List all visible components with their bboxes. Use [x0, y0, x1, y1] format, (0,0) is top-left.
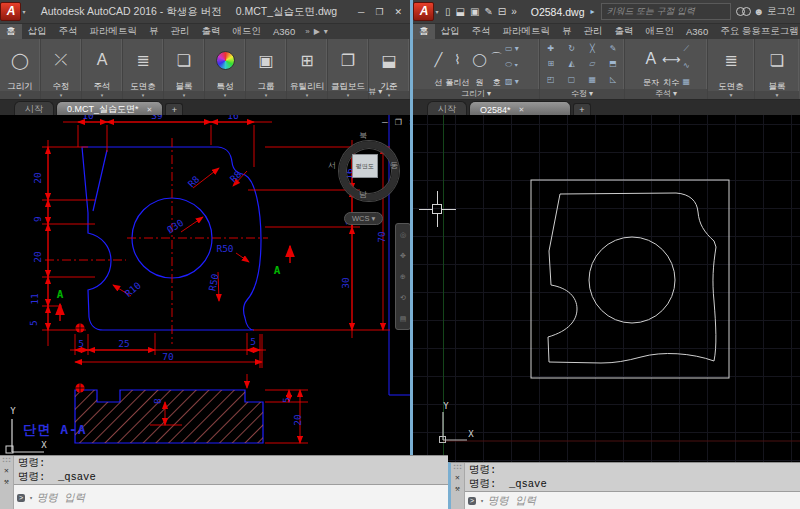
ribbon-tab-주요 응용프로그램[interactable]: 주요 응용프로그램	[714, 24, 800, 39]
record-icon[interactable]: ▶	[314, 27, 320, 36]
close-icon[interactable]: ✕	[147, 106, 153, 114]
scale-icon[interactable]: ▢	[563, 75, 581, 84]
open-folder-icon[interactable]: ⬓	[456, 6, 465, 17]
viewport-restore-icon[interactable]: ❐	[395, 118, 402, 127]
close-icon[interactable]: ✕	[519, 106, 525, 114]
explode-icon[interactable]: ⬒	[604, 59, 622, 68]
ribbon-tab-뷰[interactable]: 뷰	[556, 24, 578, 39]
arc-button[interactable]: ⌒호	[489, 40, 504, 89]
ribbon-tab-A360[interactable]: A360	[267, 24, 301, 39]
line-button[interactable]: ╱선	[433, 40, 443, 89]
panel-특성[interactable]: 특성▾	[205, 39, 246, 99]
ribbon-tab-A360[interactable]: A360	[680, 24, 714, 39]
drag-handle-icon[interactable]: ▪▪▪▪▪▪	[2, 458, 11, 464]
panel-expand-icon[interactable]: ▾	[123, 91, 163, 99]
ribbon-tab-홈[interactable]: 홈	[0, 24, 22, 39]
panel-유틸리티[interactable]: ⊞유틸리티▾	[287, 39, 328, 99]
panel-draw-label[interactable]: 그리기 ▾	[413, 89, 539, 99]
command-input[interactable]: > ▾ 명령 입력	[14, 484, 448, 509]
left-drawing-area[interactable]: 1039162092011552557016143070R8R8Ø30R50R5…	[0, 115, 410, 455]
close-icon[interactable]: ✕	[455, 473, 460, 482]
viewport-minimize-icon[interactable]: ─	[382, 118, 388, 127]
restore-button[interactable]: ❐	[375, 7, 383, 17]
close-icon[interactable]: ✕	[4, 466, 9, 475]
ribbon-tab-관리[interactable]: 관리	[165, 24, 196, 39]
right-drawing-area[interactable]: Y X	[413, 115, 800, 462]
qat-more-icon[interactable]: »	[511, 6, 517, 17]
viewcube[interactable]: 평면도 북 서 남 동	[332, 134, 396, 198]
ribbon-tab-파라메트릭[interactable]: 파라메트릭	[84, 24, 144, 39]
search-input[interactable]: 키워드 또는 구절 입력	[601, 3, 731, 20]
chevron-down-icon[interactable]: ▾	[324, 27, 328, 36]
table-icon[interactable]: ▦	[683, 77, 691, 86]
ribbon-tab-주석[interactable]: 주석	[466, 24, 497, 39]
person-icon[interactable]: ☻	[754, 6, 765, 17]
showmotion-icon[interactable]: ▤	[400, 315, 407, 323]
minimize-button[interactable]: ─	[358, 7, 364, 17]
customize-wrench-icon[interactable]: ⚒	[4, 477, 9, 486]
doc-expand-icon[interactable]: ▸	[590, 7, 594, 16]
panel-expand-icon[interactable]: ▾	[41, 91, 81, 99]
customize-wrench-icon[interactable]: ⚒	[455, 484, 460, 493]
ribbon-tab-주석[interactable]: 주석	[53, 24, 84, 39]
ribbon-tab-관리[interactable]: 관리	[578, 24, 609, 39]
panel-annotate-label[interactable]: 주석 ▾	[625, 89, 707, 99]
erase-icon[interactable]: ✎	[604, 44, 622, 53]
ribbon-tab-출력[interactable]: 출력	[196, 24, 227, 39]
app-menu-button[interactable]: A▾	[413, 1, 439, 22]
steering-wheel-icon[interactable]: ◎	[400, 231, 406, 239]
move-icon[interactable]: ✚	[542, 44, 560, 53]
hatch-icon[interactable]: ▨ ▾	[505, 77, 519, 86]
ribbon-tab-홈[interactable]: 홈	[413, 24, 435, 39]
panel-modify-label[interactable]: 수정 ▾	[540, 89, 624, 99]
panel-expand-icon[interactable]: ▾	[246, 91, 286, 99]
panel-expand-icon[interactable]: ▾	[164, 91, 204, 99]
ribbon-tab-삽입[interactable]: 삽입	[435, 24, 466, 39]
trim-icon[interactable]: ╳	[584, 44, 602, 53]
panel-클립보드[interactable]: ❐클립보드▾	[328, 39, 369, 99]
panel-그리기[interactable]: ◯그리기▾	[0, 39, 41, 99]
stretch-icon[interactable]: ◰	[542, 75, 560, 84]
zoom-icon[interactable]: ⊕	[400, 273, 406, 281]
leader-icon[interactable]: ⟋	[683, 44, 691, 54]
panel-layers[interactable]: ≣ 도면층 ▼	[708, 39, 755, 99]
panel-expand-icon[interactable]: ▾	[287, 91, 327, 99]
array-icon[interactable]: ▦	[584, 75, 602, 84]
ribbon-tab-뷰[interactable]: 뷰	[143, 24, 165, 39]
orbit-icon[interactable]: ⟲	[400, 294, 406, 302]
viewcube-east[interactable]: 동	[390, 160, 398, 171]
viewcube-north[interactable]: 북	[359, 130, 367, 141]
tab-overflow-icon[interactable]: »	[305, 27, 309, 36]
close-button[interactable]: ✕	[394, 7, 402, 17]
ribbon-tab-파라메트릭[interactable]: 파라메트릭	[497, 24, 557, 39]
panel-expand-icon[interactable]: ▼	[708, 91, 754, 99]
command-input[interactable]: > ▾ 명령 입력	[465, 491, 800, 509]
navigation-bar[interactable]: ◎✥⊕⟲▤	[395, 223, 410, 330]
panel-수정[interactable]: ⤫수정▾	[41, 39, 82, 99]
save-as-icon[interactable]: ✎	[484, 6, 492, 17]
plot-icon[interactable]: ⊟	[498, 6, 506, 17]
panel-도면층[interactable]: ≣도면층▾	[123, 39, 164, 99]
panel-expand-icon[interactable]: ▾	[82, 91, 122, 99]
command-prompt-icon[interactable]: >	[468, 497, 476, 505]
panel-블록[interactable]: ❏블록▾	[164, 39, 205, 99]
text-tool-button[interactable]: A 문자	[642, 40, 660, 89]
signin-button[interactable]: 로그인	[767, 5, 796, 18]
panel-그룹[interactable]: ▣그룹▾	[246, 39, 287, 99]
wcs-dropdown[interactable]: WCS ▾	[344, 212, 383, 225]
panel-expand-icon[interactable]: ▼	[755, 91, 799, 99]
ribbon-tab-애드인[interactable]: 애드인	[227, 24, 268, 39]
panel-expand-icon[interactable]: ▾	[328, 91, 368, 99]
viewcube-face[interactable]: 평면도	[352, 154, 378, 178]
viewcube-south[interactable]: 남	[359, 189, 367, 200]
save-icon[interactable]: ▣	[470, 6, 479, 17]
panel-expand-icon[interactable]: ▾	[0, 91, 40, 99]
ribbon-tab-출력[interactable]: 출력	[609, 24, 640, 39]
polyline-button[interactable]: ⌇폴리선	[444, 40, 470, 89]
command-prompt-icon[interactable]: >	[17, 494, 25, 502]
mleader-icon[interactable]: ∿	[683, 61, 691, 70]
rotate-icon[interactable]: ↻	[563, 44, 581, 53]
ribbon-tab-삽입[interactable]: 삽입	[22, 24, 53, 39]
panel-block[interactable]: ❏ 블록 ▼	[755, 39, 799, 99]
search-binoculars-icon[interactable]	[736, 7, 749, 16]
